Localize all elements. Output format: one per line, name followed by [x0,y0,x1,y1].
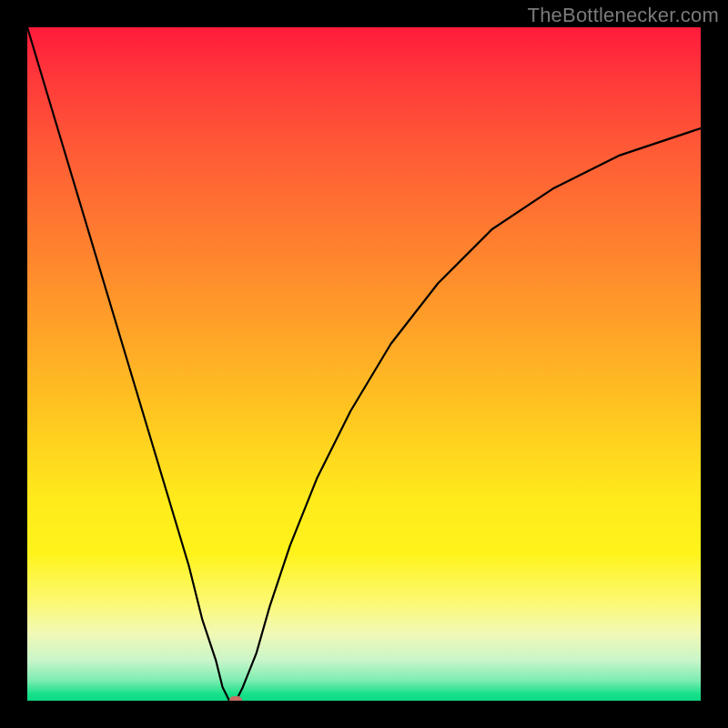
optimal-point-marker [229,696,242,701]
plot-area [27,27,701,701]
chart-frame: TheBottlenecker.com [0,0,728,728]
bottleneck-curve [27,27,701,701]
watermark-label: TheBottlenecker.com [528,4,719,27]
curve-svg [27,27,701,701]
